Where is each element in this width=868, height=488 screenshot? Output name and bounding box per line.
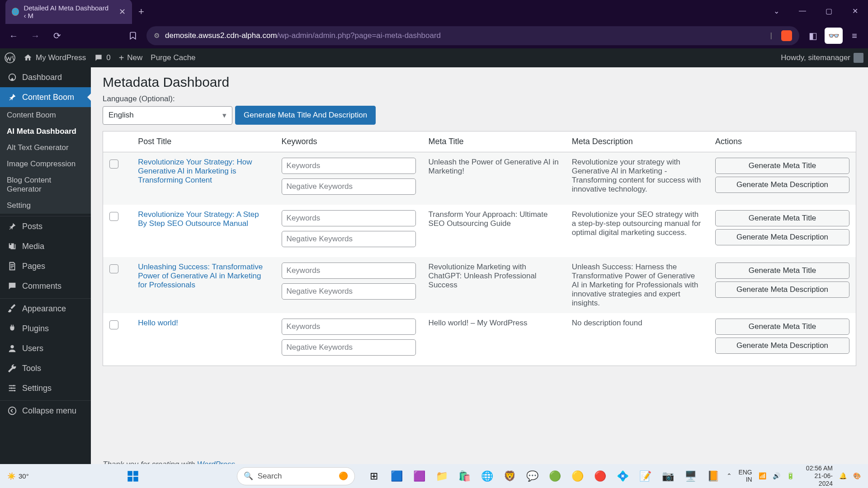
file-explorer-icon[interactable]: 📁 <box>433 467 451 485</box>
post-title-link[interactable]: Unleashing Success: Transformative Power… <box>138 263 263 289</box>
meta-desc-text: Unleash Success: Harness the Transformat… <box>566 257 709 313</box>
negative-keywords-input[interactable] <box>282 283 416 300</box>
row-checkbox[interactable] <box>109 160 118 169</box>
tray-expand-icon[interactable]: ⌃ <box>726 472 732 479</box>
app-icon[interactable]: 🖥️ <box>681 467 699 485</box>
comments-link[interactable]: 0 <box>94 53 110 62</box>
negative-keywords-input[interactable] <box>282 339 416 356</box>
brave-shield-icon[interactable] <box>781 30 792 41</box>
wifi-icon[interactable]: 📶 <box>759 472 766 479</box>
negative-keywords-input[interactable] <box>282 231 416 247</box>
generate-meta-title-button[interactable]: Generate Meta Title <box>715 319 849 335</box>
row-checkbox[interactable] <box>109 212 118 221</box>
sun-icon: ☀️ <box>7 472 16 480</box>
app-icon[interactable]: 📷 <box>659 467 677 485</box>
collapse-menu[interactable]: Collapse menu <box>0 401 91 421</box>
user-greeting[interactable]: Howdy, sitemanager <box>781 53 863 63</box>
app-icon[interactable]: 🟪 <box>410 467 428 485</box>
main-content: Metadata Dashboard Language (Optional): … <box>91 67 868 488</box>
menu-posts[interactable]: Posts <box>0 216 91 236</box>
menu-users[interactable]: Users <box>0 338 91 358</box>
brave-icon[interactable]: 🦁 <box>500 467 519 485</box>
clock[interactable]: 02:56 AM 21-06-2024 <box>801 465 833 487</box>
post-title-link[interactable]: Revolutionize Your Strategy: A Step By S… <box>138 210 259 228</box>
generate-meta-desc-button[interactable]: Generate Meta Description <box>715 177 849 193</box>
new-tab-button[interactable]: + <box>138 6 144 18</box>
submenu-image-compression[interactable]: Image Compression <box>0 156 91 172</box>
row-checkbox[interactable] <box>109 320 118 329</box>
back-button[interactable]: ← <box>5 28 22 44</box>
menu-content-boom[interactable]: Content Boom <box>0 87 91 107</box>
site-settings-icon[interactable]: ⚙ <box>154 32 160 40</box>
keywords-input[interactable] <box>282 210 416 226</box>
submenu-content-boom[interactable]: Content Boom <box>0 107 91 123</box>
address-bar[interactable]: ⚙ demosite.awsus2.cdn-alpha.com/wp-admin… <box>146 26 799 45</box>
app-icon[interactable]: 🟡 <box>568 467 586 485</box>
negative-keywords-input[interactable] <box>282 178 416 195</box>
battery-icon[interactable]: 🔋 <box>787 472 794 479</box>
minimize-window[interactable]: — <box>789 0 816 22</box>
menu-settings[interactable]: Settings <box>0 378 91 398</box>
app-icon[interactable]: 📝 <box>636 467 654 485</box>
comment-icon <box>7 281 18 291</box>
bookmark-icon[interactable] <box>125 28 141 44</box>
language-select[interactable]: English ▾ <box>103 106 232 125</box>
slack-icon[interactable]: 💠 <box>613 467 632 485</box>
volume-icon[interactable]: 🔊 <box>773 472 780 479</box>
whatsapp-icon[interactable]: 💬 <box>523 467 541 485</box>
submenu-alt-text-generator[interactable]: Alt Text Generator <box>0 140 91 156</box>
menu-tools[interactable]: Tools <box>0 358 91 378</box>
wp-logo[interactable] <box>5 52 15 63</box>
close-tab-icon[interactable]: ✕ <box>119 7 126 17</box>
close-window[interactable]: ✕ <box>842 0 868 22</box>
menu-appearance[interactable]: Appearance <box>0 299 91 319</box>
forward-button[interactable]: → <box>27 28 43 44</box>
meta-title-text: Transform Your Approach: Ultimate SEO Ou… <box>422 205 566 257</box>
browser-tab[interactable]: 🌐 Detailed AI Meta Dashboard ‹ M ✕ <box>5 0 132 24</box>
generate-meta-desc-button[interactable]: Generate Meta Description <box>715 282 849 298</box>
menu-plugins[interactable]: Plugins <box>0 319 91 338</box>
menu-icon[interactable]: ≡ <box>846 28 863 44</box>
generate-all-button[interactable]: Generate Meta Title And Description <box>235 106 376 125</box>
purge-cache-link[interactable]: Purge Cache <box>151 53 195 62</box>
meta-desc-text: Revolutionize your strategy with Generat… <box>566 152 709 205</box>
row-checkbox[interactable] <box>109 264 118 273</box>
notifications-icon[interactable]: 🔔 <box>839 472 847 479</box>
table-row: Hello world! Hello world! – My WordPress… <box>103 313 856 366</box>
keywords-input[interactable] <box>282 263 416 279</box>
post-title-link[interactable]: Hello world! <box>138 319 178 327</box>
app-tray-icon[interactable]: 🎨 <box>853 472 861 479</box>
expand-tabs-icon[interactable]: ⌄ <box>763 0 789 22</box>
sidebar-toggle-icon[interactable]: ◧ <box>805 28 821 44</box>
maximize-window[interactable]: ▢ <box>816 0 842 22</box>
app-icon[interactable]: 🟦 <box>387 467 406 485</box>
menu-media[interactable]: Media <box>0 236 91 256</box>
weather-widget[interactable]: ☀️ 30° <box>7 472 29 480</box>
new-content-link[interactable]: + New <box>119 53 143 63</box>
taskbar-search[interactable]: 🔍 Search 🟠 <box>237 467 355 485</box>
post-title-link[interactable]: Revolutionize Your Strategy: How Generat… <box>138 158 252 184</box>
site-home-link[interactable]: My WordPress <box>24 53 86 62</box>
app-icon[interactable]: 🟢 <box>546 467 564 485</box>
generate-meta-title-button[interactable]: Generate Meta Title <box>715 158 849 174</box>
reader-icon[interactable]: 👓 <box>825 28 843 44</box>
generate-meta-title-button[interactable]: Generate Meta Title <box>715 263 849 279</box>
keywords-input[interactable] <box>282 158 416 174</box>
menu-pages[interactable]: Pages <box>0 256 91 276</box>
store-icon[interactable]: 🛍️ <box>455 467 473 485</box>
app-icon[interactable]: 🔴 <box>591 467 609 485</box>
start-button[interactable] <box>124 467 142 485</box>
menu-dashboard[interactable]: Dashboard <box>0 67 91 87</box>
reload-button[interactable]: ⟳ <box>49 28 65 44</box>
task-view-icon[interactable]: ⊞ <box>365 467 383 485</box>
submenu-setting[interactable]: Setting <box>0 197 91 214</box>
menu-comments[interactable]: Comments <box>0 276 91 296</box>
generate-meta-desc-button[interactable]: Generate Meta Description <box>715 229 849 245</box>
chrome-icon[interactable]: 🌐 <box>478 467 496 485</box>
app-icon[interactable]: 📙 <box>704 467 722 485</box>
submenu-ai-meta-dashboard[interactable]: AI Meta Dashboard <box>0 123 91 140</box>
keywords-input[interactable] <box>282 319 416 335</box>
generate-meta-title-button[interactable]: Generate Meta Title <box>715 210 849 226</box>
submenu-blog-content-generator[interactable]: Blog Content Generator <box>0 172 91 197</box>
generate-meta-desc-button[interactable]: Generate Meta Description <box>715 338 849 354</box>
